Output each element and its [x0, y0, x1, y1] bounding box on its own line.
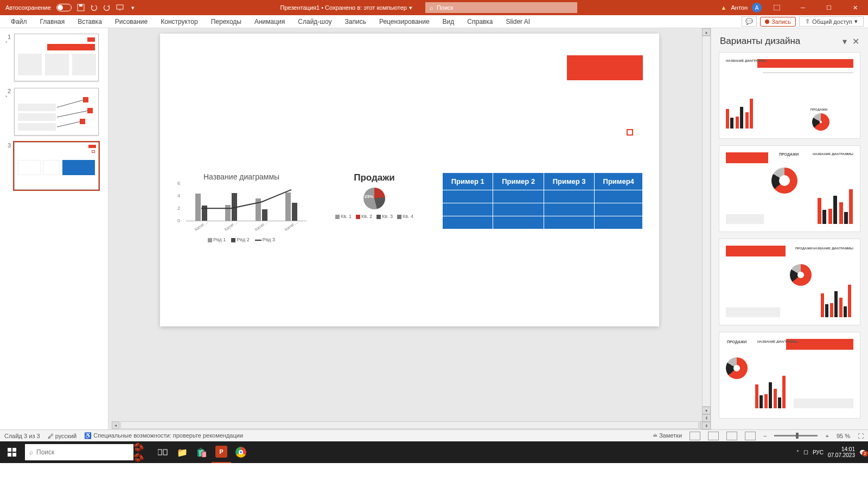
- data-table[interactable]: Пример 1 Пример 2 Пример 3 Пример4: [442, 172, 643, 229]
- notifications-icon[interactable]: 💬2: [859, 450, 866, 455]
- taskbar-beans-icon[interactable]: 🫘🫘: [133, 441, 153, 463]
- tab-insert[interactable]: Вставка: [71, 16, 108, 28]
- slide-thumbnail-1[interactable]: [14, 34, 99, 81]
- store-icon[interactable]: 🛍️: [192, 441, 212, 463]
- share-button[interactable]: ⇪Общий доступ▾: [799, 16, 864, 27]
- tab-record[interactable]: Запись: [339, 16, 373, 28]
- chevron-down-icon[interactable]: ▾: [843, 36, 847, 47]
- design-idea-card[interactable]: ПРОДАЖИ НАЗВАНИЕ ДИАГРАММЫ: [719, 145, 860, 232]
- svg-rect-6: [12, 448, 16, 452]
- notes-button[interactable]: ≐ Заметки: [653, 432, 682, 439]
- task-view-icon[interactable]: [153, 441, 173, 463]
- save-icon[interactable]: [77, 4, 85, 11]
- table-row: [443, 203, 643, 216]
- svg-rect-2: [117, 5, 123, 9]
- sorter-view-icon[interactable]: [708, 432, 719, 440]
- svg-rect-9: [158, 450, 162, 455]
- windows-taskbar: ⌕Поиск 🫘🫘 📁 🛍️ P ˄ ☐ РУС 14:01 07.07.202…: [0, 441, 868, 463]
- reading-view-icon[interactable]: [726, 432, 737, 440]
- user-name[interactable]: Антон: [731, 4, 748, 11]
- ytick: 6: [177, 181, 180, 186]
- scroll-down-icon[interactable]: ▾: [702, 407, 711, 414]
- maximize-icon[interactable]: ☐: [818, 0, 840, 15]
- vertical-scrollbar[interactable]: ▴ ▾ ⇞ ⇟: [702, 28, 711, 429]
- warning-icon[interactable]: ▲: [721, 4, 727, 11]
- search-icon: ⌕: [430, 4, 433, 11]
- slide-thumbnail-3[interactable]: [14, 142, 99, 190]
- red-rectangle[interactable]: [567, 55, 643, 80]
- pie-chart[interactable]: Продажи 23% Кв. 1 Кв. 2 Кв. 3 Кв. 4: [312, 172, 437, 219]
- red-square-outline[interactable]: [627, 129, 633, 136]
- design-idea-card[interactable]: ПРОДАЖИ НАЗВАНИЕ ДИАГРАММЫ: [719, 332, 860, 419]
- file-explorer-icon[interactable]: 📁: [173, 441, 192, 463]
- tab-slider-ai[interactable]: Slider AI: [499, 16, 537, 28]
- powerpoint-icon[interactable]: P: [212, 441, 231, 463]
- zoom-in-icon[interactable]: +: [825, 433, 828, 439]
- ytick: 0: [177, 218, 180, 223]
- taskbar-search[interactable]: ⌕Поиск: [25, 444, 133, 460]
- tab-draw[interactable]: Рисование: [108, 16, 154, 28]
- next-slide-icon[interactable]: ⇟: [702, 422, 711, 429]
- bar-chart-title: Название диаграммы: [176, 172, 307, 181]
- ribbon-display-icon[interactable]: [766, 0, 788, 15]
- avatar[interactable]: А: [752, 3, 762, 12]
- table-row: [443, 216, 643, 229]
- tab-animations[interactable]: Анимация: [248, 16, 291, 28]
- search-box[interactable]: ⌕ Поиск: [425, 2, 577, 13]
- redo-icon[interactable]: [103, 4, 111, 11]
- title-dropdown-icon[interactable]: ▾: [409, 4, 412, 11]
- scroll-left-icon[interactable]: ◂: [112, 421, 119, 429]
- tray-chevron-icon[interactable]: ˄: [796, 450, 799, 455]
- fit-to-window-icon[interactable]: ⛶: [858, 433, 864, 439]
- tab-design[interactable]: Конструктор: [154, 16, 204, 28]
- zoom-slider[interactable]: [774, 435, 818, 436]
- normal-view-icon[interactable]: [690, 432, 700, 440]
- svg-rect-8: [12, 453, 16, 457]
- undo-icon[interactable]: [90, 4, 98, 11]
- start-button[interactable]: [0, 441, 24, 463]
- tab-slideshow[interactable]: Слайд-шоу: [291, 16, 338, 28]
- slide-thumbnail-2[interactable]: [14, 88, 99, 136]
- tray-date[interactable]: 07.07.2023: [828, 452, 855, 458]
- tab-home[interactable]: Главная: [34, 16, 72, 28]
- main-area: 1* 2* 3: [0, 28, 868, 429]
- thumb-star: *: [5, 40, 11, 46]
- tab-transitions[interactable]: Переходы: [205, 16, 248, 28]
- minimize-icon[interactable]: ─: [792, 0, 814, 15]
- tray-lang[interactable]: РУС: [813, 450, 824, 455]
- prev-slide-icon[interactable]: ⇞: [702, 414, 711, 422]
- zoom-level[interactable]: 95 %: [837, 433, 850, 439]
- ytick: 4: [177, 193, 180, 198]
- tab-view[interactable]: Вид: [436, 16, 461, 28]
- tab-review[interactable]: Рецензирование: [373, 16, 436, 28]
- record-button[interactable]: Запись: [760, 17, 796, 27]
- accessibility-check[interactable]: ♿ Специальные возможности: проверьте рек…: [84, 432, 243, 439]
- thumb-row-2: 2*: [5, 88, 103, 136]
- language-indicator[interactable]: 🖉 русский: [48, 433, 77, 439]
- current-slide[interactable]: Название диаграммы 0 2 4 6: [160, 34, 659, 326]
- horizontal-scrollbar[interactable]: ◂ ▸: [108, 421, 711, 429]
- zoom-out-icon[interactable]: −: [763, 433, 767, 439]
- design-idea-card[interactable]: НАЗВАНИЕ ДИАГРАММЫ ПРОДАЖИ: [719, 52, 860, 139]
- ribbon: Файл Главная Вставка Рисование Конструкт…: [0, 15, 868, 28]
- autosave-toggle[interactable]: [56, 4, 72, 11]
- design-ideas-list[interactable]: НАЗВАНИЕ ДИАГРАММЫ ПРОДАЖИ ПРОДАЖИ НАЗВА…: [711, 52, 868, 429]
- slide-counter[interactable]: Слайд 3 из 3: [4, 433, 40, 439]
- scroll-track[interactable]: [702, 36, 711, 407]
- scroll-up-icon[interactable]: ▴: [702, 28, 711, 36]
- slideshow-view-icon[interactable]: [745, 432, 756, 440]
- chrome-icon[interactable]: [231, 441, 251, 463]
- design-idea-card[interactable]: ПРОДАЖИ НАЗВАНИЕ ДИАГРАММЫ: [719, 239, 860, 325]
- close-icon[interactable]: ✕: [844, 0, 866, 15]
- pie-chart-legend: Кв. 1 Кв. 2 Кв. 3 Кв. 4: [312, 214, 437, 219]
- hscroll-track[interactable]: [120, 421, 699, 429]
- tray-time[interactable]: 14:01: [828, 446, 855, 452]
- close-pane-icon[interactable]: ✕: [852, 36, 859, 47]
- tray-cloud-icon[interactable]: ☐: [803, 450, 808, 455]
- comments-icon[interactable]: 💬: [742, 16, 757, 27]
- present-icon[interactable]: [116, 4, 124, 11]
- bar-chart[interactable]: Название диаграммы 0 2 4 6: [176, 172, 307, 242]
- more-icon[interactable]: ▾: [129, 4, 137, 11]
- tab-help[interactable]: Справка: [461, 16, 499, 28]
- tab-file[interactable]: Файл: [4, 16, 34, 28]
